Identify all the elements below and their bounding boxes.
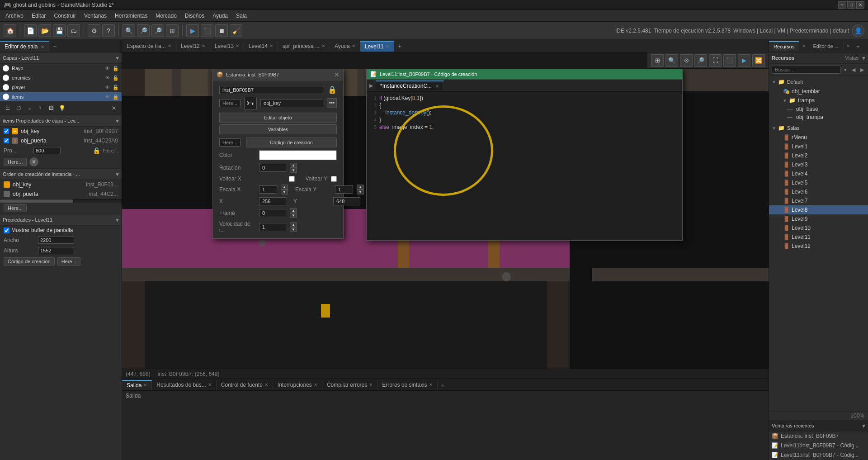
code-tab-instance[interactable]: *InstanceCreationC... ✕	[376, 81, 444, 90]
editor-tab-right-close[interactable]: ✕	[844, 42, 853, 50]
lock-icon-rayo[interactable]: 🔓	[113, 66, 119, 71]
help-button[interactable]: ?	[102, 24, 115, 37]
add-layer-btn[interactable]: ☰	[3, 103, 13, 113]
lock-icon-items[interactable]: 🔒	[113, 94, 119, 100]
add-right-tab[interactable]: +	[853, 41, 863, 52]
tab-spr-close[interactable]: ✕	[321, 43, 325, 48]
resources-search-input[interactable]	[772, 66, 840, 74]
rotation-down[interactable]: ▼	[290, 168, 297, 173]
layer-player[interactable]: player 👁 🔓	[0, 83, 122, 92]
frame-down[interactable]: ▼	[290, 213, 297, 218]
layer-tool-5[interactable]: 🖼	[46, 103, 56, 113]
tab-level12-close[interactable]: ✕	[202, 43, 205, 48]
resource-level10[interactable]: 🚪 Level10	[769, 223, 868, 232]
here-button[interactable]: Here...	[4, 158, 27, 166]
voltear-y-checkbox[interactable]	[331, 176, 337, 182]
settings-button[interactable]: ⚙	[88, 24, 100, 37]
canvas-extra-btn[interactable]: 🔀	[752, 54, 765, 67]
resource-level8[interactable]: 🚪 Level8	[769, 205, 868, 214]
profile-button[interactable]: 👤	[852, 24, 864, 37]
prop-lock-icon[interactable]: 🔒	[93, 147, 100, 154]
canvas-zoom-in-btn[interactable]: 🔎	[694, 54, 707, 67]
tab-level12[interactable]: Level12 ✕	[176, 41, 210, 51]
instance-obj-puerta[interactable]: 🚪 obj_puerta inst_44C29A9	[0, 136, 122, 146]
layer-rayo[interactable]: Rayo 👁 🔓	[0, 64, 122, 73]
add-panel-tab[interactable]: +	[49, 41, 60, 52]
velocidad-down[interactable]: ▼	[290, 227, 297, 232]
instance-dialog-header[interactable]: 📦 Estancia: inst_B0F09B7 ✕	[213, 69, 343, 81]
grid-button[interactable]: ⊞	[166, 24, 179, 37]
canvas-play-btn[interactable]: ▶	[738, 54, 750, 67]
tab-workspace[interactable]: Espacio de tra... ✕	[122, 41, 176, 51]
resource-level5[interactable]: 🚪 Level5	[769, 178, 868, 187]
lock-icon-player[interactable]: 🔓	[113, 85, 119, 90]
search-button[interactable]: 🔍	[123, 24, 135, 37]
editor-sala-close[interactable]: ✕	[41, 44, 44, 49]
tab-level14[interactable]: Level14 ✕	[244, 41, 278, 51]
x-input[interactable]	[259, 197, 286, 205]
tab-ayuda-close[interactable]: ✕	[352, 43, 355, 48]
layer-tool-7[interactable]: ✕	[109, 103, 119, 113]
eye-icon-enemies[interactable]: 👁	[105, 75, 110, 81]
bottom-tab-sintaxis-close[interactable]: ✕	[429, 382, 433, 387]
frame-up[interactable]: ▲	[290, 208, 297, 213]
resource-rmenu[interactable]: 🚪 rMenu	[769, 133, 868, 142]
layer-items[interactable]: items 👁 🔒	[0, 92, 122, 102]
menu-editar[interactable]: Editar	[28, 12, 49, 20]
level-creation-code-button[interactable]: Código de creación	[4, 257, 55, 266]
velocidad-input[interactable]	[259, 223, 286, 231]
resource-level2[interactable]: 🚪 Level2	[769, 151, 868, 160]
layer-tool-2[interactable]: ⬡	[14, 103, 24, 113]
rotation-input[interactable]	[259, 164, 286, 172]
prop-value-input[interactable]	[33, 147, 61, 154]
canvas-zoom-reset-btn[interactable]: ⊙	[680, 54, 693, 67]
run-button[interactable]: ▶	[186, 24, 199, 37]
resource-level9[interactable]: 🚪 Level9	[769, 214, 868, 223]
instance-lock-icon[interactable]: 🔒	[328, 85, 337, 94]
resource-group-trampa[interactable]: ▼ 📁 trampa	[769, 96, 868, 105]
show-buffer-checkbox[interactable]	[4, 228, 9, 233]
here-creation-placeholder[interactable]: Here...	[219, 138, 241, 147]
bottom-tab-sintaxis[interactable]: Errores de sintaxis ✕	[377, 380, 437, 389]
tab-level13-close[interactable]: ✕	[236, 43, 239, 48]
add-bottom-tab[interactable]: +	[438, 380, 448, 390]
tab-level11-close[interactable]: ✕	[386, 44, 389, 49]
save-all-button[interactable]: 🗂	[67, 24, 80, 37]
resource-level1[interactable]: 🚪 Level1	[769, 142, 868, 151]
instance-obj-puerta-checkbox[interactable]	[4, 138, 9, 143]
layer-expand-icon[interactable]: ▾	[116, 54, 119, 62]
escala-x-down[interactable]: ▼	[281, 190, 288, 194]
eye-icon-rayo[interactable]: 👁	[105, 66, 110, 71]
here-obj-placeholder[interactable]: Here...	[219, 99, 241, 107]
layer-tool-6[interactable]: 💡	[57, 103, 67, 113]
here-level-button[interactable]: Here...	[57, 257, 80, 266]
width-input[interactable]	[38, 237, 74, 244]
resource-obj-base[interactable]: — obj_base	[769, 105, 868, 113]
search-dropdown-btn[interactable]: ▾	[842, 65, 849, 74]
zoom-in-button[interactable]: 🔎	[151, 24, 164, 37]
recent-item-1[interactable]: 📦 Estancia: inst_B0F09B7	[769, 432, 868, 441]
resource-level4[interactable]: 🚪 Level4	[769, 169, 868, 178]
bottom-tab-busqueda-close[interactable]: ✕	[208, 382, 212, 387]
menu-archivo[interactable]: Archivo	[2, 12, 27, 20]
bottom-tab-interrupciones-close[interactable]: ✕	[314, 382, 317, 387]
resources-expand-icon[interactable]: ▾	[862, 54, 865, 62]
escala-y-up[interactable]: ▲	[357, 185, 364, 190]
resource-obj-temblar[interactable]: 🎭 obj_temblar	[769, 87, 868, 96]
code-tab-close[interactable]: ✕	[435, 84, 439, 89]
views-label[interactable]: Vistas	[845, 55, 859, 61]
maximize-button[interactable]: □	[847, 1, 855, 9]
obj-menu-button[interactable]: •••	[327, 98, 337, 108]
zoom-out-button[interactable]: 🔎	[137, 24, 150, 37]
close-button[interactable]: ✕	[856, 1, 864, 9]
default-group-header[interactable]: ▼ 📁 Default	[769, 77, 868, 87]
salas-group-header[interactable]: ▼ 📁 Salas	[769, 123, 868, 133]
recent-item-3[interactable]: 📝 Level11:inst_B0F09B7 - Códig...	[769, 451, 868, 460]
save-button[interactable]: 💾	[53, 24, 66, 37]
menu-construir[interactable]: Construir	[50, 12, 80, 20]
debug-button[interactable]: ⬛	[201, 24, 213, 37]
escala-y-down[interactable]: ▼	[357, 190, 364, 194]
recent-item-2[interactable]: 📝 Level11:inst_B0F09B7 - Códig...	[769, 441, 868, 451]
layer-tool-3[interactable]: ⬦	[24, 103, 34, 113]
velocidad-up[interactable]: ▲	[290, 222, 297, 227]
